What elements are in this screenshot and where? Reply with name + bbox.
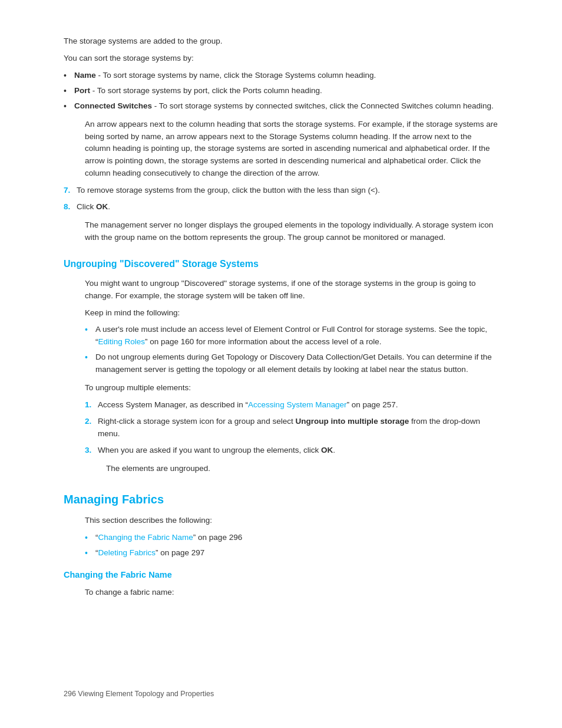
ungroup-step3-result: The elements are ungrouped. [106,463,498,475]
ungroup-step-3: 3. When you are asked if you want to ung… [85,444,498,457]
steps-after-arrow: 7. To remove storage systems from the gr… [64,185,498,213]
sort-bullet-switches: Connected Switches - To sort storage sys… [64,100,498,113]
us3-after: . [333,446,335,454]
deleting-fabrics-link[interactable]: Deleting Fabrics [98,548,156,557]
ok-paragraph-wrapper: The management server no longer displays… [64,219,498,244]
editing-roles-link[interactable]: Editing Roles [98,337,146,346]
sort-name-text: - To sort storage systems by name, click… [96,71,376,80]
managing-fabrics-intro: This section describes the following: [85,515,498,527]
changing-fabric-name-link[interactable]: Changing the Fabric Name [98,533,193,542]
ungroup-step-2: 2. Right-click a storage system icon for… [85,416,498,440]
ungroup-steps: 1. Access System Manager, as described i… [85,399,498,457]
step-8-text-after: . [108,202,110,211]
ub2-text: Do not ungroup elements during Get Topol… [95,353,492,374]
sort-bullet-name: Name - To sort storage systems by name, … [64,70,498,82]
ungroup-steps-intro: To ungroup multiple elements: [85,382,498,394]
step-8-text-before: Click [77,202,96,211]
us3-bold: OK [321,446,333,454]
footer-text: 296 Viewing Element Topology and Propert… [64,689,498,700]
page: The storage systems are added to the gro… [0,0,562,728]
arrow-paragraph-wrapper: An arrow appears next to the column head… [64,118,498,180]
step-8: 8. Click OK. [64,201,498,213]
sort-port-label: Port [74,86,90,95]
changing-fabric-name-intro: To change a fabric name: [85,587,498,599]
step-7: 7. To remove storage systems from the gr… [64,185,498,197]
us1-after: ” on page 257. [346,400,398,409]
accessing-system-manager-link[interactable]: Accessing System Manager [248,400,346,409]
sort-bullet-list: Name - To sort storage systems by name, … [64,70,498,113]
mf-bullet-1: “Changing the Fabric Name” on page 296 [85,532,498,544]
ungrouping-intro: You might want to ungroup "Discovered" s… [85,278,498,302]
step-8-num: 8. [64,201,70,213]
sort-switches-label: Connected Switches [74,101,152,110]
ungrouping-heading: Ungrouping "Discovered" Storage Systems [64,257,498,272]
ungroup-step3-result-wrapper: The elements are ungrouped. [85,463,498,475]
sort-name-label: Name [74,71,96,80]
mf-b1-after: ” on page 296 [193,533,242,542]
sort-switches-text: - To sort storage systems by connected s… [152,101,494,110]
changing-fabric-name-subheading: Changing the Fabric Name [64,568,498,581]
mf-b2-after: ” on page 297 [156,548,204,557]
changing-fabric-name-content: To change a fabric name: [64,587,498,599]
ok-paragraph: The management server no longer displays… [85,219,498,244]
us2-before: Right-click a storage system icon for a … [98,417,295,426]
mf-bullet-2: “Deleting Fabrics” on page 297 [85,547,498,559]
ungroup-step-2-num: 2. [85,416,91,428]
sort-port-text: - To sort storage systems by port, click… [90,86,322,95]
managing-fabrics-bullets: “Changing the Fabric Name” on page 296 “… [85,532,498,559]
arrow-paragraph: An arrow appears next to the column head… [85,118,498,180]
ungroup-step-3-num: 3. [85,444,91,457]
sort-bullet-port: Port - To sort storage systems by port, … [64,85,498,97]
ungrouping-bullet-2: Do not ungroup elements during Get Topol… [85,351,498,376]
ungrouping-bullets: A user's role must include an access lev… [85,324,498,376]
intro-line1: The storage systems are added to the gro… [64,35,498,48]
step-8-ok: OK [96,202,108,211]
keep-in-mind: Keep in mind the following: [85,307,498,319]
us2-bold: Ungroup into multiple storage [295,417,409,426]
managing-fabrics-content: This section describes the following: “C… [64,515,498,559]
us1-before: Access System Manager, as described in “ [98,400,248,409]
ungroup-step-1: 1. Access System Manager, as described i… [85,399,498,411]
managing-fabrics-heading: Managing Fabrics [64,490,498,509]
ungrouping-bullet-1: A user's role must include an access lev… [85,324,498,348]
ungrouping-content: You might want to ungroup "Discovered" s… [64,278,498,475]
footer: 296 Viewing Element Topology and Propert… [64,681,498,704]
ub1-after: ” on page 160 for more information about… [145,337,381,346]
ungroup-step-1-num: 1. [85,399,91,411]
us3-before: When you are asked if you want to ungrou… [98,446,321,454]
intro-line2: You can sort the storage systems by: [64,52,498,65]
step-7-num: 7. [64,185,70,197]
step-7-text: To remove storage systems from the group… [77,186,380,195]
